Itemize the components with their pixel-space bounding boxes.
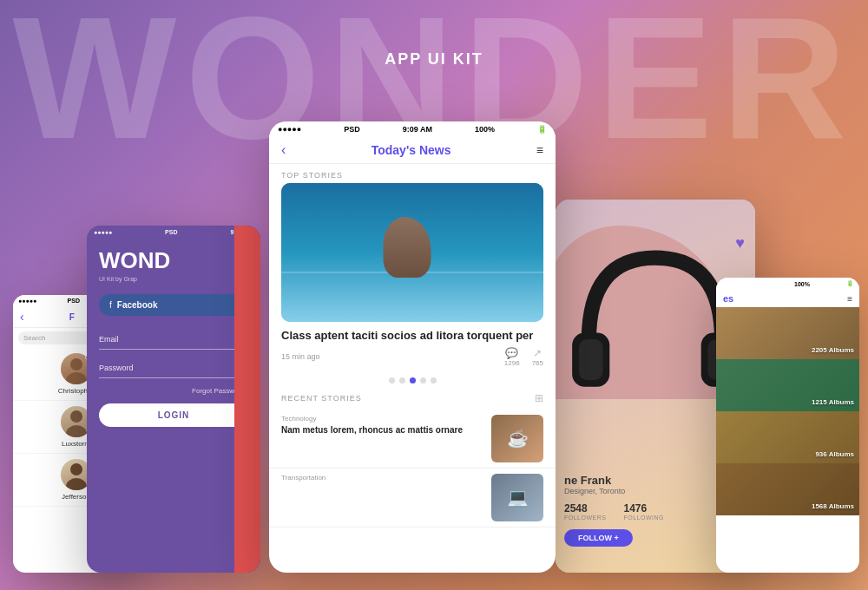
- phone3-battery: 100%: [475, 125, 495, 134]
- follow-button[interactable]: FOLLOW +: [564, 529, 633, 547]
- phone5-battery: 100%: [794, 281, 810, 287]
- phone-login: ●●●●● PSD 9:09 AM WOND UI Kit by Grap f …: [87, 226, 260, 573]
- album-item-4[interactable]: 1568 Albums: [716, 463, 859, 515]
- phone1-carrier: PSD: [68, 298, 80, 304]
- album-count-1: 2205 Albums: [812, 346, 854, 354]
- phone3-carrier: PSD: [344, 125, 360, 134]
- login-button[interactable]: LOGIN: [99, 403, 248, 427]
- news-share-action[interactable]: ↗ 765: [532, 347, 543, 367]
- phone2-signal: ●●●●●: [94, 229, 112, 235]
- following-label: FOLLOWING: [623, 515, 664, 521]
- following-count: 1476: [623, 502, 664, 515]
- comment-count: 1296: [504, 359, 520, 367]
- forgot-password-link[interactable]: Forgot Password?: [99, 387, 248, 395]
- dot-5[interactable]: [431, 377, 437, 384]
- grid-view-icon[interactable]: ⊞: [535, 392, 543, 404]
- back-icon[interactable]: ‹: [20, 310, 24, 324]
- dot-1[interactable]: [389, 377, 395, 384]
- facebook-icon: f: [109, 300, 112, 310]
- followers-stat: 2548 FOLLOWERS: [564, 502, 606, 521]
- news-comment-action[interactable]: 💬 1296: [504, 347, 520, 367]
- facebook-login-button[interactable]: f Facebook: [99, 294, 248, 316]
- app-ui-kit-label: APP UI KIT: [385, 50, 483, 69]
- svg-point-0: [70, 358, 82, 370]
- recent-story-image: ☕: [491, 415, 543, 462]
- svg-point-3: [66, 425, 87, 437]
- share-icon: ↗: [533, 347, 542, 359]
- recent-story-text: Technology Nam metus lorem, rhoncus ac m…: [281, 415, 484, 462]
- recent-story-item[interactable]: Transportation 💻: [269, 469, 556, 528]
- news-title: Today's News: [372, 143, 451, 157]
- recent-story-image-2: 💻: [491, 474, 543, 521]
- battery-icon: 🔋: [537, 125, 547, 134]
- svg-rect-7: [579, 339, 603, 380]
- albums-title: es: [723, 293, 733, 304]
- battery-icon: 🔋: [846, 280, 854, 287]
- facebook-button-label: Facebook: [117, 300, 158, 310]
- recent-story-text-2: Transportation: [281, 474, 484, 521]
- red-stripe: [234, 226, 260, 573]
- followers-label: FOLLOWERS: [564, 515, 606, 521]
- news-hero-image: [281, 183, 543, 322]
- recent-stories-header: RECENT STORIES ⊞: [269, 387, 556, 410]
- followers-count: 2548: [564, 502, 606, 515]
- password-field[interactable]: Password: [99, 358, 248, 378]
- news-meta: 15 min ago 💬 1296 ↗ 765: [269, 347, 556, 374]
- phone3-signal: ●●●●●: [278, 125, 301, 134]
- news-back-button[interactable]: ‹: [281, 142, 286, 158]
- phone3-status-bar: ●●●●● PSD 9:09 AM 100% 🔋: [269, 121, 556, 137]
- album-item-2[interactable]: 1215 Albums: [716, 359, 859, 411]
- contact-name-jefferson: Jefferson: [62, 493, 90, 501]
- svg-point-5: [66, 478, 87, 490]
- phone3-time: 9:09 AM: [403, 125, 432, 134]
- phone-albums: 100% 🔋 es ≡ 2205 Albums 1215 Albums 936: [716, 278, 859, 573]
- recent-story-title: Nam metus lorem, rhoncus ac mattis ornar…: [281, 424, 484, 436]
- news-actions: 💬 1296 ↗ 765: [504, 347, 543, 367]
- phone-news: ●●●●● PSD 9:09 AM 100% 🔋 ‹ Today's News …: [269, 121, 556, 573]
- phone1-signal: ●●●●●: [18, 298, 36, 304]
- phones-container: ●●●●● PSD 9:09 AM ‹ F Search Christopher: [0, 87, 868, 590]
- dot-2[interactable]: [399, 377, 405, 384]
- recent-category: Technology: [281, 415, 484, 423]
- recent-category-2: Transportation: [281, 474, 484, 482]
- news-article-title: Class aptent taciti socios ad litora tor…: [269, 322, 556, 347]
- svg-point-2: [70, 410, 82, 423]
- news-carousel-dots: [269, 374, 556, 387]
- phone2-logo: WOND: [99, 247, 248, 274]
- dot-4[interactable]: [420, 377, 426, 384]
- album-count-4: 1568 Albums: [812, 502, 854, 510]
- top-stories-label: TOP STORIES: [269, 164, 556, 183]
- news-header: ‹ Today's News ≡: [269, 137, 556, 164]
- news-time: 15 min ago: [281, 352, 320, 361]
- svg-point-4: [70, 463, 82, 475]
- dot-3-active[interactable]: [410, 377, 416, 384]
- recent-label: RECENT STORIES: [281, 394, 362, 403]
- comment-icon: 💬: [505, 347, 518, 359]
- album-item-3[interactable]: 936 Albums: [716, 411, 859, 463]
- share-count: 765: [532, 359, 543, 367]
- recent-story-item[interactable]: Technology Nam metus lorem, rhoncus ac m…: [269, 410, 556, 469]
- phone2-carrier: PSD: [165, 229, 177, 235]
- phone2-subtitle: UI Kit by Grap: [99, 276, 248, 282]
- following-stat: 1476 FOLLOWING: [623, 502, 664, 521]
- albums-header: es ≡: [716, 290, 859, 307]
- svg-point-1: [66, 372, 87, 384]
- album-count-2: 1215 Albums: [812, 398, 854, 406]
- albums-menu-icon[interactable]: ≡: [847, 294, 852, 304]
- album-item-1[interactable]: 2205 Albums: [716, 307, 859, 359]
- phone1-title: F: [69, 312, 75, 322]
- email-field[interactable]: Email: [99, 330, 248, 350]
- news-menu-icon[interactable]: ≡: [536, 143, 543, 157]
- album-count-3: 936 Albums: [815, 450, 854, 458]
- phone5-status-bar: 100% 🔋: [716, 278, 859, 290]
